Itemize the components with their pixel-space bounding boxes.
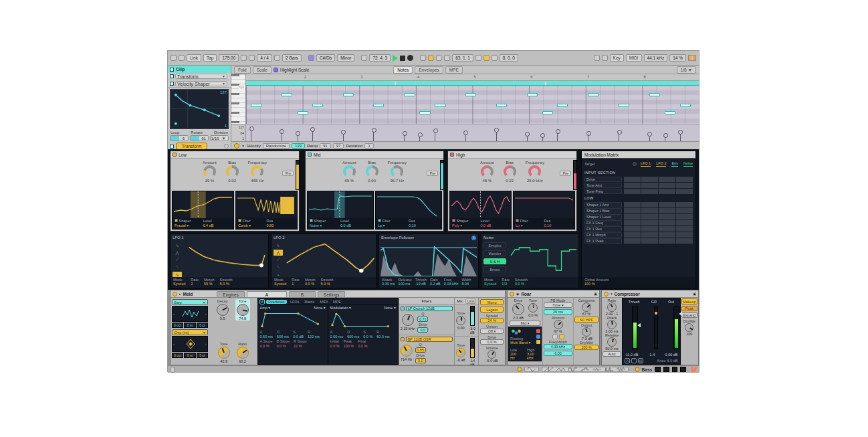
expand-menu[interactable]: Expand <box>681 313 697 318</box>
beat-time-ruler[interactable]: 2345678 <box>246 74 699 81</box>
mod-matrix-toggle[interactable]: M <box>259 299 265 304</box>
velocity-marker[interactable] <box>343 132 344 141</box>
matrix-row-label[interactable]: FX 1 Freq <box>584 220 622 226</box>
velocity-marker[interactable] <box>665 135 665 141</box>
roar-activator-led[interactable] <box>510 292 514 296</box>
midi-note[interactable] <box>557 104 568 107</box>
matrix-cell[interactable] <box>624 208 641 213</box>
clip-tile[interactable] <box>680 367 686 372</box>
noise-type-brown[interactable]: Brown <box>483 266 506 272</box>
engine-b-semi[interactable]: 0 st <box>184 353 195 358</box>
square-shape-icon[interactable] <box>568 367 578 372</box>
output-meter[interactable] <box>673 307 679 349</box>
loop-field[interactable]: 6 <box>170 135 189 141</box>
matrix-cell[interactable] <box>641 220 658 226</box>
mid-filter-display[interactable]: Filter Res Lp ▾ 0.10 <box>375 191 442 230</box>
velocity-marker[interactable] <box>465 133 466 141</box>
play-button[interactable] <box>393 55 398 62</box>
param-pair[interactable]: Width8.06 <box>462 278 471 287</box>
matrix-cell[interactable] <box>624 177 641 182</box>
amp-slope-values[interactable]: A Slope0.0 %D Slope0.0 %R Slope22 % <box>260 339 326 348</box>
high-frequency-knob[interactable] <box>528 165 541 178</box>
engine-b-tone-knob[interactable] <box>218 347 230 359</box>
steps-shape-icon[interactable] <box>580 367 590 372</box>
engine-a-decay-knob[interactable] <box>217 304 229 316</box>
velocity-marker[interactable] <box>404 133 405 141</box>
ramp-from-field[interactable]: 91 <box>320 143 331 149</box>
midi-note[interactable] <box>588 93 599 96</box>
highlight-scale-checkbox[interactable] <box>274 68 278 72</box>
matrix-cell[interactable] <box>676 183 693 188</box>
clip-activator-icon[interactable] <box>170 68 174 72</box>
loop-switch-icon[interactable] <box>483 55 490 61</box>
high-shaper-display[interactable]: Shaper Level Poly ▾ 0.0 dB <box>449 191 512 230</box>
chain-scroll-icon[interactable] <box>171 367 175 373</box>
mod-envelope-display[interactable] <box>330 311 396 329</box>
spread-field[interactable]: 24 % <box>480 318 504 323</box>
threshold-value[interactable]: -11.2 dB <box>625 353 638 357</box>
transfer-curve-icon[interactable]: ⌒ <box>631 358 637 363</box>
param-pair[interactable]: Rate1 <box>292 278 300 287</box>
roar-drive-knob[interactable] <box>512 303 524 315</box>
matrix-cell[interactable] <box>624 232 641 238</box>
fold-button[interactable]: Fold <box>234 66 251 74</box>
roar-tone-mode-menu[interactable]: Mid ▾ <box>510 321 540 326</box>
param-pair[interactable]: R60.0 ms <box>376 330 390 339</box>
matrix-cell[interactable] <box>659 202 675 207</box>
low-activator-led[interactable] <box>173 153 177 157</box>
midi-note[interactable] <box>298 111 308 114</box>
triangle-icon[interactable]: ⋀ <box>274 250 283 256</box>
high-shaper-type[interactable]: Poly ▾ <box>452 224 481 228</box>
engine-b-ratio-knob[interactable] <box>237 347 249 359</box>
low-res-value[interactable]: 0.80 <box>267 224 296 228</box>
matrix-cell[interactable] <box>676 214 693 220</box>
noise-type-simplex[interactable]: Simplex <box>483 242 506 248</box>
tempo-field[interactable]: 175.00 <box>219 54 239 62</box>
sine-icon[interactable]: ∿ <box>173 242 182 248</box>
add-target-icon[interactable] <box>633 162 637 166</box>
computer-midi-keyboard-icon[interactable] <box>602 55 608 61</box>
engine-b-oct[interactable]: 0 oct <box>172 353 183 358</box>
meld-activator-led[interactable] <box>173 292 177 296</box>
midi-note[interactable] <box>343 93 354 96</box>
param-pair[interactable]: D600 ms <box>277 330 289 339</box>
mid-amount-knob[interactable] <box>343 165 356 178</box>
mid-filter-type[interactable]: Lp ▾ <box>378 224 409 228</box>
matrix-cell[interactable] <box>624 226 641 232</box>
view-icon[interactable] <box>179 55 185 61</box>
matrix-row-label[interactable]: FX 1 Morph <box>584 232 622 238</box>
high-filter-display[interactable]: Filter Res Lp ▾ 0.10 <box>513 191 575 230</box>
matrix-cell[interactable] <box>624 202 641 207</box>
high-filter-type[interactable]: Lp ▾ <box>516 224 544 228</box>
rotate-field[interactable]: 61 <box>190 135 209 141</box>
param-pair[interactable]: ModeSynced <box>274 278 286 287</box>
velocity-lane[interactable] <box>246 124 699 141</box>
modulation-target[interactable]: None ▾ <box>384 306 395 311</box>
noise-type-wander[interactable]: Wander <box>483 250 506 256</box>
time-signature-field[interactable]: 4 / 4 <box>257 54 272 62</box>
capture-midi-icon[interactable] <box>444 55 450 61</box>
velocity-marker[interactable] <box>542 135 543 142</box>
envelope-follower-params[interactable]: Attack0.30 msRelease100 msThresh-19 dBGa… <box>379 277 478 288</box>
matrix-cell[interactable] <box>624 238 641 244</box>
param-pair[interactable]: S0.0 dB <box>293 330 304 339</box>
param-pair[interactable]: D Slope0.0 % <box>276 339 290 348</box>
matrix-row-label[interactable]: FX 1 Res <box>584 226 622 232</box>
arrangement-position-field[interactable]: 72. 4. 3 <box>369 54 391 62</box>
roar-routing-menu[interactable]: Multi Band ▾ <box>510 341 540 345</box>
matrix-cell[interactable] <box>659 232 675 238</box>
param-pair[interactable]: D600 ms <box>347 330 359 339</box>
mid-frequency-knob[interactable] <box>391 165 403 178</box>
subtab-midi[interactable]: MIDI <box>318 300 330 304</box>
amp-target[interactable]: None ▾ <box>314 306 325 311</box>
link-button[interactable]: Link <box>187 54 201 62</box>
midi-note[interactable] <box>542 111 553 114</box>
mod-level-values[interactable]: Initial0.0 %Peak100 %Final0.0 % <box>330 339 396 348</box>
param-pair[interactable]: A0.00 ms <box>330 330 344 339</box>
low-bias-knob[interactable] <box>226 165 239 178</box>
mid-bias-knob[interactable] <box>366 165 378 178</box>
amp-envelope-display[interactable] <box>260 311 326 329</box>
midi-note[interactable] <box>619 104 629 107</box>
pulse-shape-icon[interactable] <box>605 367 614 372</box>
mod-adsr-values[interactable]: A0.00 msD600 msS0.0 %R60.0 ms <box>330 330 396 339</box>
